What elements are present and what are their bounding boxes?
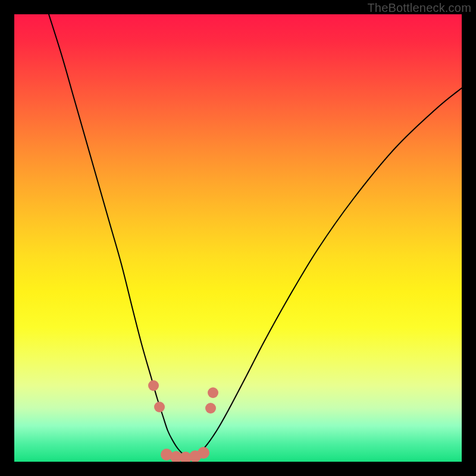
right-dot-lower bbox=[205, 403, 216, 414]
floor-dot-5 bbox=[198, 447, 209, 459]
right-dot-upper bbox=[208, 387, 218, 398]
bottleneck-curve bbox=[49, 14, 462, 457]
left-dot-upper bbox=[148, 380, 159, 391]
curve-layer bbox=[14, 14, 462, 462]
curve-markers bbox=[148, 380, 218, 462]
left-dot-lower bbox=[154, 402, 165, 412]
chart-plot-area bbox=[14, 14, 462, 462]
watermark-text: TheBottleneck.com bbox=[367, 1, 471, 15]
